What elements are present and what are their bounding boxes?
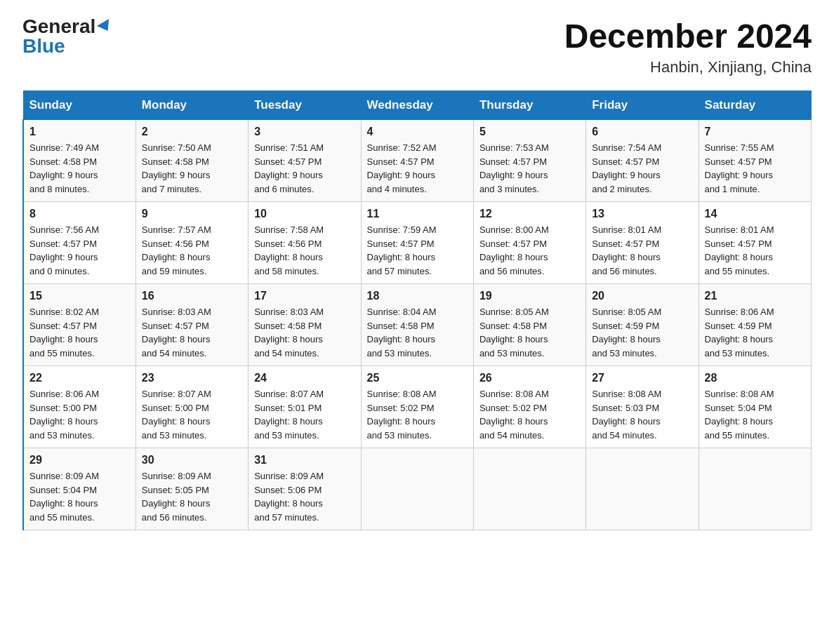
- calendar-cell: 10Sunrise: 7:58 AM Sunset: 4:56 PM Dayli…: [249, 202, 361, 284]
- calendar-cell: 21Sunrise: 8:06 AM Sunset: 4:59 PM Dayli…: [699, 284, 811, 366]
- calendar-cell: 8Sunrise: 7:56 AM Sunset: 4:57 PM Daylig…: [23, 202, 135, 284]
- day-info: Sunrise: 7:54 AM Sunset: 4:57 PM Dayligh…: [592, 141, 692, 196]
- calendar-week-row: 15Sunrise: 8:02 AM Sunset: 4:57 PM Dayli…: [23, 284, 812, 366]
- calendar-cell: 23Sunrise: 8:07 AM Sunset: 5:00 PM Dayli…: [135, 366, 248, 448]
- day-number: 21: [705, 290, 805, 302]
- day-info: Sunrise: 8:09 AM Sunset: 5:05 PM Dayligh…: [142, 469, 242, 524]
- calendar-cell: 27Sunrise: 8:08 AM Sunset: 5:03 PM Dayli…: [586, 366, 699, 448]
- day-info: Sunrise: 8:01 AM Sunset: 4:57 PM Dayligh…: [705, 223, 805, 278]
- month-title: December 2024: [564, 17, 812, 55]
- day-number: 4: [367, 126, 468, 138]
- day-number: 26: [479, 372, 580, 384]
- day-number: 8: [29, 208, 130, 220]
- calendar-cell: 29Sunrise: 8:09 AM Sunset: 5:04 PM Dayli…: [23, 448, 135, 530]
- day-number: 11: [367, 208, 468, 220]
- day-number: 6: [592, 126, 692, 138]
- day-info: Sunrise: 7:53 AM Sunset: 4:57 PM Dayligh…: [479, 141, 580, 196]
- day-info: Sunrise: 7:50 AM Sunset: 4:58 PM Dayligh…: [142, 141, 242, 196]
- day-number: 29: [29, 454, 130, 467]
- calendar-cell: 19Sunrise: 8:05 AM Sunset: 4:58 PM Dayli…: [473, 284, 585, 366]
- calendar-cell: 2Sunrise: 7:50 AM Sunset: 4:58 PM Daylig…: [135, 120, 248, 202]
- calendar-cell: 13Sunrise: 8:01 AM Sunset: 4:57 PM Dayli…: [586, 202, 699, 284]
- calendar-cell: 31Sunrise: 8:09 AM Sunset: 5:06 PM Dayli…: [249, 448, 361, 530]
- day-number: 28: [705, 372, 805, 384]
- day-number: 15: [29, 290, 130, 302]
- day-info: Sunrise: 8:04 AM Sunset: 4:58 PM Dayligh…: [367, 305, 468, 360]
- calendar-cell: 26Sunrise: 8:08 AM Sunset: 5:02 PM Dayli…: [473, 366, 585, 448]
- calendar-week-row: 29Sunrise: 8:09 AM Sunset: 5:04 PM Dayli…: [23, 448, 812, 530]
- calendar-cell: 30Sunrise: 8:09 AM Sunset: 5:05 PM Dayli…: [135, 448, 248, 530]
- calendar-cell: 24Sunrise: 8:07 AM Sunset: 5:01 PM Dayli…: [249, 366, 361, 448]
- day-info: Sunrise: 7:56 AM Sunset: 4:57 PM Dayligh…: [29, 223, 130, 278]
- column-header-sunday: Sunday: [23, 91, 135, 120]
- calendar-cell: [699, 448, 811, 530]
- day-info: Sunrise: 8:08 AM Sunset: 5:04 PM Dayligh…: [705, 387, 805, 442]
- logo-general-text: General: [22, 17, 95, 36]
- column-header-monday: Monday: [135, 91, 248, 120]
- day-info: Sunrise: 8:02 AM Sunset: 4:57 PM Dayligh…: [29, 305, 130, 360]
- day-number: 5: [479, 126, 580, 138]
- column-header-friday: Friday: [586, 91, 699, 120]
- day-number: 7: [705, 126, 805, 138]
- calendar-cell: 3Sunrise: 7:51 AM Sunset: 4:57 PM Daylig…: [249, 120, 361, 202]
- calendar-cell: 16Sunrise: 8:03 AM Sunset: 4:57 PM Dayli…: [135, 284, 248, 366]
- day-number: 19: [479, 290, 580, 302]
- day-info: Sunrise: 8:07 AM Sunset: 5:00 PM Dayligh…: [142, 387, 242, 442]
- column-header-thursday: Thursday: [473, 91, 585, 120]
- day-info: Sunrise: 7:58 AM Sunset: 4:56 PM Dayligh…: [254, 223, 355, 278]
- day-number: 9: [142, 208, 242, 220]
- day-number: 24: [254, 372, 355, 384]
- column-header-wednesday: Wednesday: [361, 91, 473, 120]
- title-block: December 2024 Hanbin, Xinjiang, China: [564, 17, 812, 76]
- calendar-cell: 11Sunrise: 7:59 AM Sunset: 4:57 PM Dayli…: [361, 202, 473, 284]
- day-info: Sunrise: 8:05 AM Sunset: 4:58 PM Dayligh…: [479, 305, 580, 360]
- calendar-cell: 28Sunrise: 8:08 AM Sunset: 5:04 PM Dayli…: [699, 366, 811, 448]
- day-info: Sunrise: 7:59 AM Sunset: 4:57 PM Dayligh…: [367, 223, 468, 278]
- day-number: 27: [592, 372, 692, 384]
- day-number: 18: [367, 290, 468, 302]
- calendar-cell: 1Sunrise: 7:49 AM Sunset: 4:58 PM Daylig…: [23, 120, 135, 202]
- day-info: Sunrise: 7:55 AM Sunset: 4:57 PM Dayligh…: [705, 141, 805, 196]
- day-info: Sunrise: 8:08 AM Sunset: 5:02 PM Dayligh…: [367, 387, 468, 442]
- column-header-tuesday: Tuesday: [249, 91, 361, 120]
- calendar-header-row: SundayMondayTuesdayWednesdayThursdayFrid…: [23, 91, 812, 120]
- day-info: Sunrise: 7:52 AM Sunset: 4:57 PM Dayligh…: [367, 141, 468, 196]
- logo: General Blue: [22, 17, 112, 56]
- day-info: Sunrise: 8:08 AM Sunset: 5:02 PM Dayligh…: [479, 387, 580, 442]
- day-number: 22: [29, 372, 130, 384]
- calendar-cell: 5Sunrise: 7:53 AM Sunset: 4:57 PM Daylig…: [473, 120, 585, 202]
- day-info: Sunrise: 8:09 AM Sunset: 5:06 PM Dayligh…: [254, 469, 355, 524]
- day-info: Sunrise: 8:00 AM Sunset: 4:57 PM Dayligh…: [479, 223, 580, 278]
- logo-triangle-icon: [97, 19, 114, 34]
- column-header-saturday: Saturday: [699, 91, 811, 120]
- day-info: Sunrise: 8:03 AM Sunset: 4:57 PM Dayligh…: [142, 305, 242, 360]
- day-number: 23: [142, 372, 242, 384]
- calendar-week-row: 22Sunrise: 8:06 AM Sunset: 5:00 PM Dayli…: [23, 366, 812, 448]
- day-info: Sunrise: 8:03 AM Sunset: 4:58 PM Dayligh…: [254, 305, 355, 360]
- calendar-cell: 20Sunrise: 8:05 AM Sunset: 4:59 PM Dayli…: [586, 284, 699, 366]
- calendar-week-row: 8Sunrise: 7:56 AM Sunset: 4:57 PM Daylig…: [23, 202, 812, 284]
- day-number: 25: [367, 372, 468, 384]
- day-info: Sunrise: 7:57 AM Sunset: 4:56 PM Dayligh…: [142, 223, 242, 278]
- day-number: 16: [142, 290, 242, 302]
- day-number: 17: [254, 290, 355, 302]
- calendar-cell: 7Sunrise: 7:55 AM Sunset: 4:57 PM Daylig…: [699, 120, 811, 202]
- calendar-cell: 15Sunrise: 8:02 AM Sunset: 4:57 PM Dayli…: [23, 284, 135, 366]
- location: Hanbin, Xinjiang, China: [564, 58, 812, 76]
- logo-blue-text: Blue: [22, 36, 65, 56]
- calendar-cell: 17Sunrise: 8:03 AM Sunset: 4:58 PM Dayli…: [249, 284, 361, 366]
- calendar-cell: 4Sunrise: 7:52 AM Sunset: 4:57 PM Daylig…: [361, 120, 473, 202]
- day-info: Sunrise: 7:51 AM Sunset: 4:57 PM Dayligh…: [254, 141, 355, 196]
- calendar-cell: 18Sunrise: 8:04 AM Sunset: 4:58 PM Dayli…: [361, 284, 473, 366]
- day-number: 12: [479, 208, 580, 220]
- day-number: 10: [254, 208, 355, 220]
- page-header: General Blue December 2024 Hanbin, Xinji…: [22, 17, 812, 76]
- day-number: 30: [142, 454, 242, 467]
- calendar-table: SundayMondayTuesdayWednesdayThursdayFrid…: [22, 90, 812, 530]
- calendar-cell: 9Sunrise: 7:57 AM Sunset: 4:56 PM Daylig…: [135, 202, 248, 284]
- calendar-week-row: 1Sunrise: 7:49 AM Sunset: 4:58 PM Daylig…: [23, 120, 812, 202]
- day-number: 20: [592, 290, 692, 302]
- day-info: Sunrise: 8:06 AM Sunset: 5:00 PM Dayligh…: [29, 387, 130, 442]
- day-info: Sunrise: 8:05 AM Sunset: 4:59 PM Dayligh…: [592, 305, 692, 360]
- day-number: 1: [29, 126, 130, 138]
